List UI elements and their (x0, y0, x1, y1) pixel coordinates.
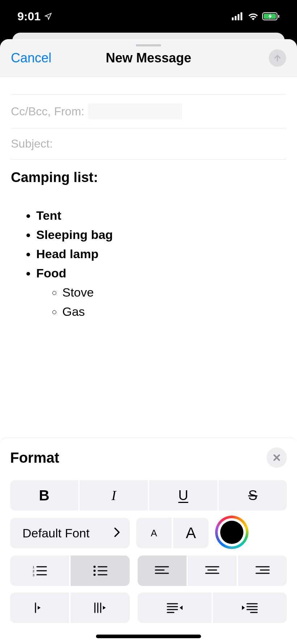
svg-rect-3 (240, 12, 242, 20)
arrow-up-icon (273, 54, 282, 62)
svg-point-13 (93, 566, 96, 568)
bullet-list: Tent Sleeping bag Head lamp Food Stove G… (11, 207, 286, 320)
svg-text:2: 2 (33, 569, 34, 573)
home-indicator[interactable] (96, 635, 201, 638)
message-body[interactable]: Camping list: Tent Sleeping bag Head lam… (0, 160, 297, 333)
ltr-icon (33, 602, 46, 614)
battery-charging-icon (262, 12, 280, 20)
align-right-icon (255, 565, 270, 576)
numbered-list-button[interactable]: 123 (10, 556, 69, 586)
align-center-button[interactable] (188, 556, 237, 586)
status-bar: 9:01 (0, 0, 297, 33)
close-icon (272, 453, 281, 462)
compose-sheet: Cancel New Message Cc/Bcc, From: Subject… (0, 39, 297, 644)
italic-button[interactable]: I (80, 480, 148, 511)
location-icon (44, 12, 52, 20)
align-left-icon (155, 565, 169, 576)
font-picker-button[interactable]: Default Font (10, 518, 130, 548)
to-field[interactable] (11, 77, 286, 95)
svg-point-15 (93, 574, 96, 576)
bullet-list-button[interactable] (71, 556, 130, 586)
list-item: Tent (36, 207, 286, 224)
svg-rect-2 (238, 14, 239, 20)
text-color-button[interactable] (215, 516, 248, 549)
list-item: Gas (62, 303, 286, 320)
ccbcc-from-label: Cc/Bcc, From: (11, 105, 84, 118)
color-wheel-icon (215, 516, 248, 549)
decrease-indent-button[interactable] (138, 593, 212, 623)
svg-text:1: 1 (33, 565, 34, 569)
svg-marker-30 (38, 606, 41, 610)
svg-marker-34 (103, 606, 106, 610)
svg-point-14 (93, 570, 96, 572)
ltr-direction-button[interactable] (10, 593, 69, 623)
format-title: Format (10, 450, 59, 466)
underline-label: U (178, 488, 188, 503)
list-align-row: 123 (10, 556, 287, 586)
chevron-right-icon (114, 526, 120, 540)
increase-indent-button[interactable] (213, 593, 287, 623)
send-button[interactable] (269, 49, 286, 67)
text-style-row: B I U S (10, 480, 287, 511)
status-time: 9:01 (17, 10, 52, 23)
font-row: Default Font A A (10, 517, 287, 549)
align-center-icon (205, 565, 219, 576)
subject-label: Subject: (11, 137, 53, 150)
bold-button[interactable]: B (10, 480, 78, 511)
wifi-icon (248, 12, 259, 20)
sheet-grabber[interactable] (136, 44, 161, 46)
from-address-redacted (88, 103, 182, 119)
decrease-font-size-button[interactable]: A (136, 518, 172, 548)
format-panel: Format B I U S Default Font A A (0, 438, 297, 644)
decrease-indent-icon (166, 602, 183, 614)
indent-row (10, 593, 287, 623)
sheet-header: Cancel New Message (0, 39, 297, 77)
header-fields: Cc/Bcc, From: Subject: (0, 77, 297, 160)
status-indicators (232, 12, 280, 20)
body-heading: Camping list: (11, 170, 286, 185)
cancel-button[interactable]: Cancel (11, 50, 51, 66)
align-right-button[interactable] (238, 556, 287, 586)
list-item: Food Stove Gas (36, 265, 286, 320)
list-item: Stove (62, 284, 286, 301)
small-a-label: A (151, 528, 157, 539)
increase-indent-icon (241, 602, 259, 614)
numbered-list-icon: 123 (32, 564, 48, 577)
list-item-label: Food (36, 266, 66, 280)
svg-rect-1 (235, 16, 237, 20)
list-item: Sleeping bag (36, 226, 286, 243)
status-time-text: 9:01 (17, 10, 41, 23)
svg-rect-0 (232, 17, 234, 20)
body-spacer (0, 333, 297, 438)
close-format-button[interactable] (267, 447, 287, 468)
bold-label: B (39, 487, 50, 504)
subject-field[interactable]: Subject: (11, 128, 286, 160)
large-a-label: A (186, 524, 196, 542)
bullet-list-icon (92, 565, 108, 577)
strikethrough-button[interactable]: S (219, 480, 287, 511)
svg-text:3: 3 (33, 573, 34, 577)
align-left-button[interactable] (138, 556, 187, 586)
font-name-label: Default Font (22, 526, 89, 540)
cellular-icon (232, 12, 244, 20)
svg-rect-6 (278, 15, 279, 18)
svg-marker-39 (180, 606, 183, 610)
sub-bullet-list: Stove Gas (36, 284, 286, 320)
rtl-icon (93, 602, 108, 614)
strike-label: S (248, 488, 257, 503)
ccbcc-from-field[interactable]: Cc/Bcc, From: (11, 95, 286, 128)
svg-marker-40 (242, 606, 245, 610)
underline-button[interactable]: U (149, 480, 217, 511)
list-item: Head lamp (36, 245, 286, 263)
rtl-direction-button[interactable] (71, 593, 130, 623)
italic-label: I (112, 487, 116, 503)
increase-font-size-button[interactable]: A (173, 518, 209, 548)
